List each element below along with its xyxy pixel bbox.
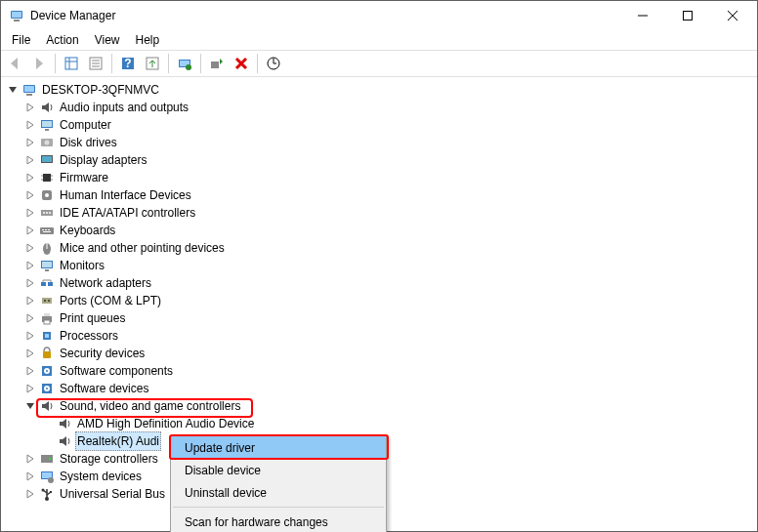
tree-node-label[interactable]: Print queues xyxy=(58,309,127,327)
menu-action[interactable]: Action xyxy=(39,31,85,49)
menu-view[interactable]: View xyxy=(88,31,127,49)
expander-icon[interactable] xyxy=(22,223,38,238)
tree-node-label[interactable]: IDE ATA/ATAPI controllers xyxy=(58,204,197,222)
expander-icon[interactable] xyxy=(22,187,38,203)
tree-node[interactable]: Mice and other pointing devices xyxy=(22,239,753,257)
tree-node[interactable]: Computer xyxy=(22,116,753,134)
context-menu-item[interactable]: Uninstall device xyxy=(171,481,386,504)
tree-node-label[interactable]: System devices xyxy=(58,468,144,485)
tree-node[interactable]: IDE ATA/ATAPI controllers xyxy=(22,204,753,222)
menu-help[interactable]: Help xyxy=(129,31,167,49)
tree-node[interactable]: Processors xyxy=(22,327,753,345)
tree-node-label[interactable]: Realtek(R) Audi xyxy=(75,431,161,451)
close-button[interactable] xyxy=(710,1,755,30)
tree-node-label[interactable]: Firmware xyxy=(58,169,110,186)
help-icon[interactable]: ? xyxy=(116,52,140,75)
tree-node-label[interactable]: Processors xyxy=(58,327,120,345)
tree-node[interactable]: Security devices xyxy=(22,345,753,362)
tree-node-label[interactable]: AMD High Definition Audio Device xyxy=(75,415,256,432)
expander-icon[interactable] xyxy=(22,152,38,168)
svg-rect-58 xyxy=(42,298,52,304)
tree-node-label[interactable]: Sound, video and game controllers xyxy=(58,397,242,415)
expander-icon[interactable] xyxy=(22,310,38,326)
tree-node-label[interactable]: Audio inputs and outputs xyxy=(58,99,190,116)
delete-icon[interactable] xyxy=(230,52,253,75)
expander-icon[interactable] xyxy=(22,328,38,344)
expander-icon[interactable] xyxy=(5,82,21,98)
tree-node-label[interactable]: Display adapters xyxy=(58,151,148,169)
expander-icon[interactable] xyxy=(22,170,38,185)
tree-node[interactable]: Sound, video and game controllers xyxy=(22,397,753,415)
expander-icon[interactable] xyxy=(22,205,38,221)
tree-node-label[interactable]: Network adapters xyxy=(58,274,153,292)
expander-icon[interactable] xyxy=(22,486,38,502)
expander-icon[interactable] xyxy=(22,117,38,133)
tree-node-label[interactable]: DESKTOP-3QFNMVC xyxy=(40,81,161,99)
expander-icon[interactable] xyxy=(22,135,38,150)
tree-node-label[interactable]: Human Interface Devices xyxy=(58,186,193,204)
expander-icon[interactable] xyxy=(22,293,38,308)
tree-node[interactable]: Print queues xyxy=(22,309,753,327)
scan-hardware-icon[interactable] xyxy=(262,52,285,75)
export-icon[interactable] xyxy=(141,52,164,75)
toolbar-separator xyxy=(168,54,169,73)
expander-icon[interactable] xyxy=(22,258,38,273)
tree-node-label[interactable]: Universal Serial Bus xyxy=(58,485,167,503)
expander-icon[interactable] xyxy=(22,381,38,396)
properties-icon[interactable] xyxy=(84,52,107,75)
tree-node[interactable]: Software devices xyxy=(22,380,753,397)
expander-icon[interactable] xyxy=(22,240,38,256)
uninstall-icon[interactable] xyxy=(205,52,229,75)
tree-node[interactable]: Software components xyxy=(22,362,753,380)
expander-icon[interactable] xyxy=(22,363,38,379)
maximize-button[interactable] xyxy=(665,1,710,30)
tree-node[interactable]: Network adapters xyxy=(22,274,753,292)
tree-node[interactable]: Disk drives xyxy=(22,134,753,151)
svg-rect-73 xyxy=(41,455,53,463)
tree-node-label[interactable]: Software components xyxy=(58,362,175,380)
menu-file[interactable]: File xyxy=(5,31,37,49)
tree-node-label[interactable]: Keyboards xyxy=(58,222,117,239)
svg-point-42 xyxy=(49,212,51,214)
expander-icon[interactable] xyxy=(22,469,38,484)
tree-node-label[interactable]: Storage controllers xyxy=(58,450,160,468)
context-menu-item[interactable]: Update driver xyxy=(171,436,386,459)
tree-node[interactable]: Monitors xyxy=(22,257,753,274)
tree-node[interactable]: Storage controllers xyxy=(22,450,753,468)
minimize-button[interactable] xyxy=(620,1,665,30)
svg-point-19 xyxy=(186,64,191,70)
expander-icon[interactable] xyxy=(22,346,38,361)
tree-node-label[interactable]: Software devices xyxy=(58,380,150,397)
context-menu-item[interactable]: Disable device xyxy=(171,459,386,481)
tree-node[interactable]: Universal Serial Bus xyxy=(22,485,753,503)
tree-node[interactable]: AMD High Definition Audio Device xyxy=(40,415,753,432)
tree-node[interactable]: Display adapters xyxy=(22,151,753,169)
show-hide-tree-icon[interactable] xyxy=(60,52,83,75)
toolbar-separator xyxy=(257,54,258,73)
tree-node[interactable]: Realtek(R) Audi xyxy=(40,432,753,450)
tree-node[interactable]: Human Interface Devices xyxy=(22,186,753,204)
toolbar-separator xyxy=(111,54,112,73)
update-driver-icon[interactable] xyxy=(173,52,196,75)
expander-icon[interactable] xyxy=(22,275,38,291)
tree-node-label[interactable]: Mice and other pointing devices xyxy=(58,239,227,257)
forward-icon xyxy=(27,52,51,75)
tree-root[interactable]: DESKTOP-3QFNMVC xyxy=(5,81,753,99)
tree-node-label[interactable]: Monitors xyxy=(58,257,106,274)
context-menu-item[interactable]: Scan for hardware changes xyxy=(171,511,386,532)
expander-icon[interactable] xyxy=(40,433,56,449)
expander-icon[interactable] xyxy=(22,100,38,115)
tree-node[interactable]: Audio inputs and outputs xyxy=(22,99,753,116)
expander-icon[interactable] xyxy=(22,398,38,414)
tree-node-label[interactable]: Disk drives xyxy=(58,134,119,151)
expander-icon[interactable] xyxy=(22,451,38,467)
tree-node[interactable]: Keyboards xyxy=(22,222,753,239)
tree-node-label[interactable]: Security devices xyxy=(58,345,147,362)
svg-rect-51 xyxy=(42,262,52,267)
tree-node[interactable]: Firmware xyxy=(22,169,753,186)
tree-node[interactable]: System devices xyxy=(22,468,753,485)
expander-icon[interactable] xyxy=(40,416,56,431)
tree-node-label[interactable]: Ports (COM & LPT) xyxy=(58,292,163,309)
tree-node-label[interactable]: Computer xyxy=(58,116,113,134)
tree-node[interactable]: Ports (COM & LPT) xyxy=(22,292,753,309)
